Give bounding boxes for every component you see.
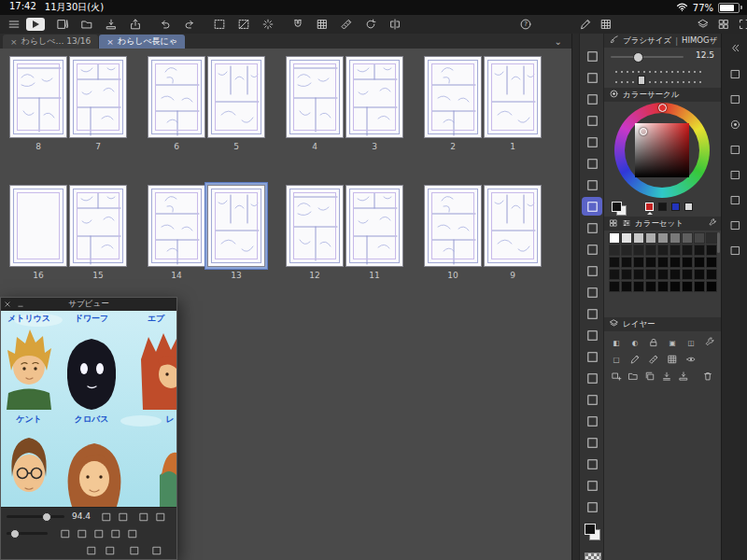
color-swatch[interactable] — [645, 257, 656, 268]
brush-size-slider[interactable] — [611, 52, 684, 62]
color-set-panel-header[interactable]: カラーセット — [604, 217, 722, 231]
tool-text[interactable] — [582, 455, 602, 473]
quick-access-button[interactable] — [726, 39, 743, 56]
page-thumbnail[interactable] — [424, 56, 482, 138]
page-thumbnail-wrapper[interactable] — [343, 182, 406, 270]
subview-flip-horizontal-button[interactable] — [91, 525, 106, 541]
wand-button[interactable] — [258, 16, 278, 33]
page-thumbnail-wrapper[interactable] — [481, 182, 544, 270]
layer-clip-button[interactable]: ▣ — [664, 334, 681, 350]
close-icon[interactable] — [1, 298, 14, 311]
tool-operate[interactable] — [582, 90, 602, 108]
tool-figure[interactable] — [582, 390, 602, 409]
tool-balloon[interactable] — [582, 476, 602, 495]
page-thumbnail[interactable] — [484, 56, 542, 138]
quick-color-chip[interactable] — [658, 203, 667, 211]
tool-brush[interactable] — [582, 261, 602, 280]
color-swatch[interactable] — [633, 257, 644, 268]
subview-navigator-button[interactable] — [152, 509, 168, 525]
page-thumbnail[interactable] — [69, 185, 127, 267]
layer-blend-button[interactable]: ◧ — [608, 334, 625, 350]
color-swatch[interactable] — [621, 257, 632, 268]
page-thumbnail[interactable] — [9, 185, 67, 267]
tab-overflow-chevron-icon[interactable]: ⌄ — [555, 35, 562, 49]
wrench-icon[interactable] — [708, 218, 717, 230]
delete-layer-button[interactable] — [699, 368, 716, 384]
tool-wand[interactable] — [582, 154, 602, 173]
subview-zoom-slider[interactable] — [7, 515, 64, 518]
ruler-mode-button[interactable] — [645, 351, 662, 367]
color-swatch[interactable] — [694, 245, 705, 256]
transparent-color-chip[interactable] — [585, 553, 601, 560]
page-thumbnail[interactable] — [148, 56, 205, 138]
color-swatch[interactable] — [633, 245, 644, 256]
navigator-panel-button[interactable] — [726, 242, 743, 259]
subview-plus-button[interactable] — [115, 509, 131, 525]
brush-size-panel-header[interactable]: ブラシサイズ | HIMOGザ — [604, 34, 722, 48]
subview-image[interactable]: メトリウスドワーフエプケントクロバスレ — [1, 311, 176, 510]
brush-preset-knob[interactable] — [638, 76, 645, 85]
layer-palette-button[interactable] — [693, 16, 713, 33]
page-thumbnail-wrapper[interactable] — [421, 182, 485, 270]
grid-button[interactable] — [312, 16, 332, 33]
import-layer-button[interactable] — [675, 368, 692, 384]
subview-prev-button[interactable] — [83, 542, 99, 558]
page-thumbnail[interactable] — [69, 56, 127, 138]
tool-frame[interactable] — [582, 412, 602, 430]
page-thumbnail-wrapper[interactable] — [204, 182, 268, 270]
tablet-pen-button[interactable] — [52, 16, 73, 33]
quick-color-chip[interactable] — [684, 203, 693, 211]
fullscreen-button[interactable] — [734, 16, 747, 33]
color-swatch[interactable] — [706, 232, 717, 244]
color-swatch[interactable] — [682, 257, 693, 268]
color-swatch[interactable] — [669, 257, 681, 268]
tool-pencil[interactable] — [582, 197, 602, 216]
new-layer-button[interactable] — [608, 368, 625, 384]
color-swatch[interactable] — [621, 281, 632, 292]
color-swatch[interactable] — [633, 269, 644, 280]
saturation-value-square[interactable] — [635, 123, 689, 177]
draw-mode-button[interactable] — [627, 351, 643, 367]
screen-grid-button[interactable] — [596, 16, 616, 33]
rotate-view-button[interactable] — [360, 16, 381, 33]
page-thumbnail-wrapper[interactable] — [421, 53, 485, 141]
tool-move[interactable] — [582, 68, 602, 87]
page-thumbnail-wrapper[interactable] — [145, 182, 208, 270]
main-color-chip[interactable] — [612, 202, 622, 212]
page-thumbnail-wrapper[interactable] — [7, 182, 70, 270]
color-swatch[interactable] — [669, 232, 681, 244]
tool-fill[interactable] — [582, 347, 602, 366]
sv-marker[interactable] — [640, 128, 647, 135]
tab-document-1[interactable]: × わらしべ… 13/16 — [3, 35, 98, 49]
duplicate-layer-button[interactable] — [641, 368, 658, 384]
page-thumbnail-wrapper[interactable] — [66, 53, 130, 141]
color-set-scrollbar[interactable] — [717, 232, 720, 253]
subview-rotate-slider[interactable] — [7, 532, 48, 535]
brush-size-panel-button[interactable] — [726, 65, 743, 82]
color-swatch[interactable] — [609, 232, 620, 244]
select-layer-button[interactable]: □ — [608, 351, 625, 367]
ruler-button[interactable] — [336, 16, 357, 33]
page-thumbnail-wrapper[interactable] — [204, 53, 268, 141]
page-thumbnail[interactable] — [207, 185, 265, 267]
color-swatch[interactable] — [669, 245, 681, 256]
layer-opacity-button[interactable]: ◐ — [627, 334, 643, 350]
subview-settings-button[interactable] — [124, 525, 140, 541]
color-swatch[interactable] — [645, 269, 656, 280]
page-thumbnail[interactable] — [424, 185, 482, 267]
quick-color-chip[interactable] — [645, 203, 654, 211]
tool-eraser[interactable] — [582, 218, 602, 237]
subview-next-button[interactable] — [102, 542, 118, 558]
page-thumbnail-wrapper[interactable] — [145, 53, 208, 141]
color-history-panel-button[interactable] — [726, 191, 743, 208]
tool-property-panel-button[interactable] — [726, 91, 743, 107]
open-file-button[interactable] — [77, 16, 97, 33]
color-slider-panel-button[interactable] — [726, 141, 743, 158]
snap-button[interactable] — [288, 16, 308, 33]
color-swatch[interactable] — [621, 269, 632, 280]
tool-gradient[interactable] — [582, 369, 602, 387]
subview-edit-button[interactable] — [107, 525, 123, 541]
subview-minus-button[interactable] — [98, 509, 114, 525]
color-swatch[interactable] — [633, 281, 644, 292]
tool-eyedropper[interactable] — [582, 240, 602, 259]
